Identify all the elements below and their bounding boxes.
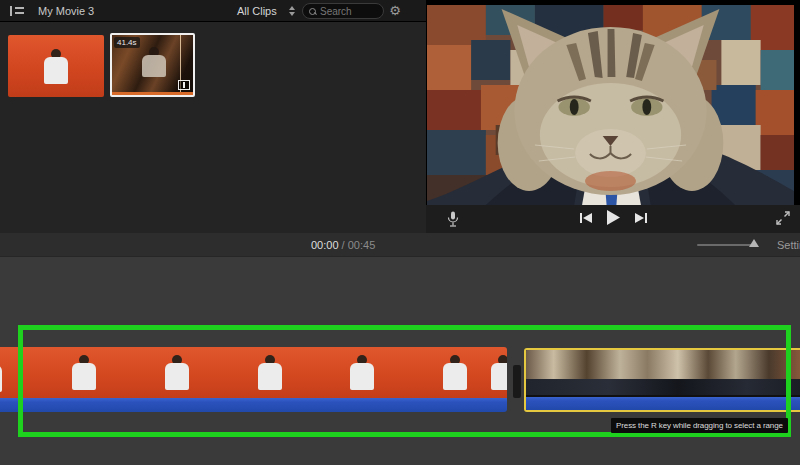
timeline-clip-cat-selected[interactable] [524, 348, 800, 412]
clip-zoom-slider-thumb[interactable] [749, 239, 759, 247]
sidebar-toggle-icon[interactable] [5, 3, 29, 19]
filter-gear-icon[interactable]: ⚙ [386, 2, 404, 20]
browser-toolbar: My Movie 3 All Clips ⚙ [0, 0, 426, 22]
drag-hint-tooltip: Press the R key while dragging to select… [611, 418, 788, 433]
timeline-clip-orange[interactable] [0, 347, 507, 412]
transport-controls [426, 205, 800, 233]
fullscreen-icon[interactable] [776, 211, 792, 227]
viewer-pane [426, 0, 800, 233]
video-preview [427, 5, 794, 205]
timecode-total: 00:45 [348, 239, 376, 251]
cat-suit-frame [427, 5, 794, 205]
search-field[interactable] [302, 3, 384, 19]
search-input[interactable] [320, 6, 378, 17]
person-figure [142, 47, 166, 77]
clip-zoom-slider[interactable] [697, 244, 755, 246]
imovie-window: My Movie 3 All Clips ⚙ 4 [0, 0, 800, 465]
sort-arrows-icon[interactable] [287, 4, 297, 18]
clip-duration-badge: 41.4s [114, 37, 140, 48]
timeline-toolbar: 00:00 / 00:45 Settings [0, 233, 800, 257]
clip-duration-bar [112, 92, 193, 95]
search-icon [309, 8, 316, 15]
timeline-area: Press the R key while dragging to select… [0, 257, 800, 465]
clip-audio-track [0, 398, 507, 412]
clip-join-handle[interactable] [513, 365, 521, 398]
clip-filter-dropdown[interactable]: All Clips [237, 5, 277, 17]
clip-thumbnail-desk[interactable]: 41.4s [110, 33, 195, 97]
timecode-current: 00:00 [311, 239, 339, 251]
play-icon[interactable] [607, 210, 620, 229]
previous-frame-icon[interactable] [579, 210, 593, 228]
media-browser-pane: My Movie 3 All Clips ⚙ 4 [0, 0, 426, 233]
project-title: My Movie 3 [38, 5, 94, 17]
clip-audio-track [526, 397, 800, 410]
next-frame-icon[interactable] [634, 210, 648, 228]
clip-filmstrip [0, 347, 507, 398]
viewer-controls [426, 205, 800, 233]
timeline-settings-button[interactable]: Settings [777, 239, 800, 251]
timecode-display: 00:00 / 00:45 [311, 239, 375, 251]
clip-browser: 41.4s [0, 23, 426, 233]
clip-thumbnail-orange[interactable] [8, 35, 104, 97]
person-figure [44, 49, 68, 84]
range-indicator-icon [178, 80, 190, 90]
timecode-separator: / [342, 239, 345, 251]
clip-filmstrip [526, 350, 800, 395]
